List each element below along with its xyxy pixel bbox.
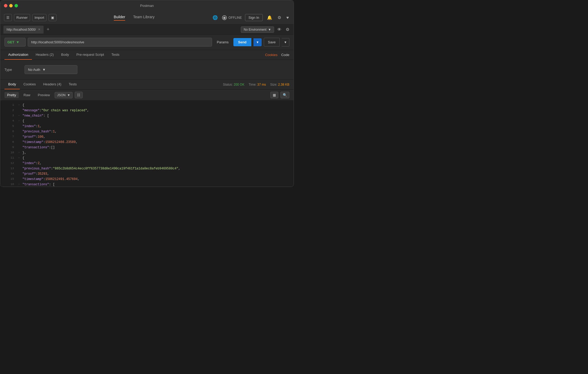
response-format-right: ▦ 🔍	[270, 92, 289, 98]
json-token-punct: ,	[40, 161, 41, 166]
tab-builder[interactable]: Builder	[114, 15, 125, 21]
format-preview[interactable]: Preview	[35, 92, 53, 98]
line-number: 13	[4, 166, 14, 172]
format-type-value: JSON	[57, 93, 65, 97]
json-token-str: "Our chain was replaced"	[41, 108, 87, 113]
collapse-toggle[interactable]: -	[18, 119, 21, 124]
json-line: 10- },	[0, 150, 294, 156]
time-value: 37 ms	[257, 83, 266, 86]
minimize-button[interactable]	[9, 4, 13, 7]
resp-tab-tests[interactable]: Tests	[65, 80, 80, 89]
json-token-punct: :	[49, 145, 51, 150]
titlebar: Postman	[0, 0, 294, 11]
heart-icon[interactable]: ♥	[285, 14, 290, 21]
json-token-punct: :	[36, 135, 37, 140]
eye-icon[interactable]: 👁	[276, 26, 283, 33]
json-line: 4- {	[0, 119, 294, 124]
filter-button[interactable]: ☷	[75, 92, 83, 98]
json-token-key: "timestamp"	[22, 177, 43, 182]
send-button[interactable]: Send	[233, 38, 251, 46]
auth-row: Type No Auth ▼	[4, 65, 289, 74]
toolbar: ☰ Runner Import ▣ Builder Team Library 🌐…	[0, 11, 294, 25]
params-button[interactable]: Params	[214, 38, 231, 46]
code-link[interactable]: Code	[281, 53, 289, 57]
offline-label: OFFLINE	[228, 16, 242, 20]
send-dropdown-button[interactable]: ▼	[253, 38, 262, 46]
environment-select[interactable]: No Environment ▼	[241, 26, 274, 33]
json-token-punct: : [	[43, 113, 49, 119]
env-label: No Environment	[244, 28, 266, 31]
cookies-link[interactable]: Cookies	[265, 53, 277, 57]
line-number: 7	[4, 135, 14, 140]
resp-tab-headers[interactable]: Headers (4)	[40, 80, 65, 89]
main-content: GET ▼ Params Send ▼ Save ▼ Authorization…	[0, 35, 294, 187]
line-number: 10	[4, 150, 14, 156]
line-number: 15	[4, 177, 14, 182]
sign-in-button[interactable]: Sign In	[245, 14, 262, 21]
json-token-key: "transactions"	[22, 145, 49, 150]
save-dropdown-button[interactable]: ▼	[282, 38, 289, 47]
json-line: 7 "proof": 100,	[0, 135, 294, 140]
maximize-button[interactable]	[15, 4, 18, 7]
collapse-toggle[interactable]: -	[18, 182, 21, 187]
json-token-punct: ,	[76, 140, 78, 145]
collapse-toggle	[18, 129, 21, 135]
response-tabs-bar: Body Cookies Headers (4) Tests Status: 2…	[0, 80, 294, 90]
sidebar-toggle-button[interactable]: ☰	[4, 14, 12, 21]
tab-authorization[interactable]: Authorization	[4, 50, 32, 60]
collapse-toggle[interactable]: -	[18, 150, 21, 156]
json-token-punct: :	[51, 166, 53, 172]
search-button[interactable]: 🔍	[280, 92, 289, 98]
json-body[interactable]: 1-{2 "message": "Our chain was replaced"…	[0, 101, 294, 187]
collapse-toggle[interactable]: -	[18, 113, 21, 119]
collapse-toggle[interactable]: -	[18, 103, 21, 108]
bell-icon[interactable]: 🔔	[266, 14, 273, 21]
close-button[interactable]	[4, 4, 7, 7]
collapse-toggle	[18, 177, 21, 182]
format-raw[interactable]: Raw	[21, 92, 33, 98]
json-line: 9 "transactions": []	[0, 145, 294, 150]
settings-icon[interactable]: ⚙	[276, 14, 282, 21]
size-label: Size: 2.38 KB	[270, 83, 289, 86]
tab-url: http://localhost:5000/	[7, 28, 36, 31]
toolbar-left: ☰ Runner Import ▣	[4, 14, 57, 21]
request-tabs-left: Authorization Headers (2) Body Pre-reque…	[4, 50, 123, 60]
resp-tab-body[interactable]: Body	[4, 80, 20, 89]
tab-team-library[interactable]: Team Library	[133, 15, 154, 21]
tab-headers[interactable]: Headers (2)	[32, 50, 58, 60]
copy-button[interactable]: ▦	[270, 92, 278, 98]
save-button[interactable]: Save	[264, 38, 280, 47]
tab-tests[interactable]: Tests	[108, 50, 123, 60]
format-type-select[interactable]: JSON ▼	[55, 92, 73, 98]
format-pretty[interactable]: Pretty	[4, 92, 19, 98]
json-token-num: 2	[38, 161, 40, 166]
method-select[interactable]: GET ▼	[4, 38, 26, 47]
globe-icon[interactable]: 🌐	[211, 14, 219, 21]
new-tab-button[interactable]: ▣	[49, 14, 57, 21]
line-number: 12	[4, 161, 14, 166]
json-line: 2 "message": "Our chain was replaced",	[0, 108, 294, 113]
url-input[interactable]	[28, 38, 212, 47]
json-token-punct: ,	[47, 172, 49, 177]
line-number: 5	[4, 124, 14, 129]
json-token-str: "865c2b8d654c4ecc0ff6357738d0e1490ca19f4…	[53, 166, 178, 172]
open-tab[interactable]: http://localhost:5000/ ✕	[3, 26, 44, 34]
json-line: 5 "index": 1,	[0, 124, 294, 129]
resp-tab-cookies[interactable]: Cookies	[20, 80, 40, 89]
collapse-toggle	[18, 172, 21, 177]
add-tab-button[interactable]: +	[45, 27, 51, 32]
collapse-toggle[interactable]: -	[18, 156, 21, 161]
tab-close-icon[interactable]: ✕	[38, 28, 40, 31]
json-token-num: 35293	[38, 172, 47, 177]
json-token-key: "proof"	[22, 135, 36, 140]
format-chevron-icon: ▼	[67, 93, 70, 97]
response-format-left: Pretty Raw Preview JSON ▼ ☷	[4, 92, 83, 98]
json-line: 15 "timestamp": 1506212491.457694,	[0, 177, 294, 182]
import-button[interactable]: Import	[32, 14, 47, 21]
runner-button[interactable]: Runner	[14, 14, 30, 21]
auth-type-select[interactable]: No Auth ▼	[25, 65, 77, 74]
gear-icon[interactable]: ⚙	[285, 26, 290, 33]
line-number: 8	[4, 140, 14, 145]
tab-pre-request[interactable]: Pre-request Script	[73, 50, 108, 60]
tab-body[interactable]: Body	[58, 50, 73, 60]
